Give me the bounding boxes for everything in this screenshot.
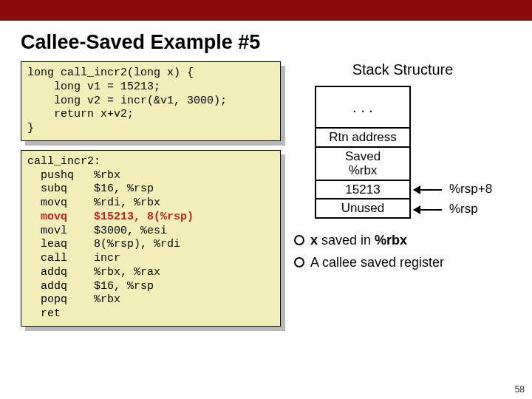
stack-cell-v1: 15213 [316,181,409,200]
arrow-icon [414,209,442,211]
stack-cell-rtn: Rtn address [316,129,409,148]
asm-post: movl $3000, %esi leaq 8(%rsp), %rdi call… [27,225,180,321]
right-column: Stack Structure . . . Rtn address Saved … [294,61,511,275]
c-code: long call_incr2(long x) { long v1 = 1521… [21,61,281,141]
stack-cell-unused: Unused [316,200,409,217]
top-bar [0,0,532,21]
arrow-icon [414,189,442,191]
stack-diagram: . . . Rtn address Saved %rbx 15213 Unuse… [294,86,511,226]
c-code-box: long call_incr2(long x) { long v1 = 1521… [21,61,281,141]
bullet-2: A callee saved register [294,253,511,273]
asm-highlight: movq $15213, 8(%rsp) [27,211,194,223]
bullet-list: x saved in %rbx A callee saved register [294,231,511,273]
stack-box: . . . Rtn address Saved %rbx 15213 Unuse… [315,86,411,219]
bullet-1-rbx: %rbx [375,233,407,248]
left-column: long call_incr2(long x) { long v1 = 1521… [21,61,281,335]
bullet-1: x saved in %rbx [294,231,511,251]
bullet-1-mid: saved in [318,233,375,248]
slide-title: Callee-Saved Example #5 [21,31,511,54]
stack-cell-dots: . . . [316,87,409,129]
label-rsp8: %rsp+8 [449,182,492,197]
page-number: 58 [515,384,525,395]
slide-content: Callee-Saved Example #5 long call_incr2(… [0,21,532,335]
stack-cell-saved: Saved %rbx [316,148,409,181]
label-rsp: %rsp [449,202,478,216]
asm-code-box: call_incr2: pushq %rbx subq $16, %rsp mo… [21,150,281,327]
bullet-1-x: x [310,233,318,248]
asm-code: call_incr2: pushq %rbx subq $16, %rsp mo… [21,150,281,327]
asm-pre: call_incr2: pushq %rbx subq $16, %rsp mo… [27,155,160,209]
stack-title: Stack Structure [294,61,511,78]
